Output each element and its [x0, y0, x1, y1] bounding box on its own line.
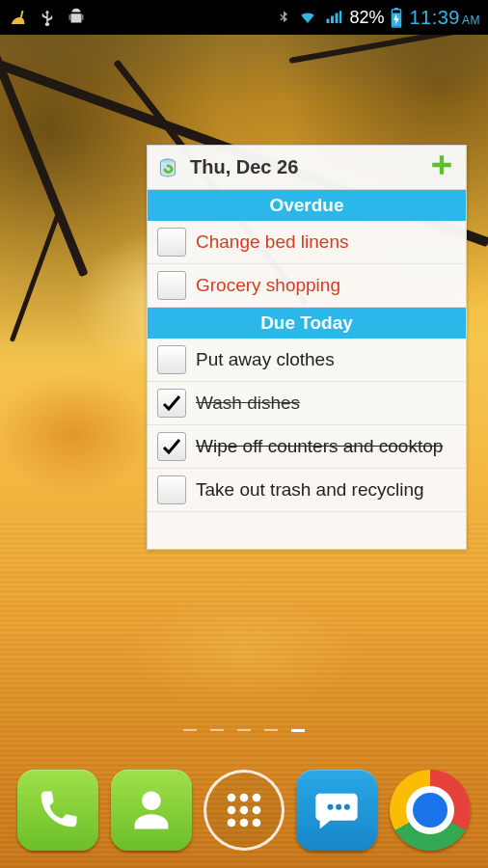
- task-checkbox[interactable]: [157, 345, 186, 374]
- bluetooth-icon: [276, 8, 291, 27]
- svg-point-15: [344, 804, 350, 810]
- page-dot[interactable]: [183, 729, 197, 731]
- task-checkbox[interactable]: [157, 432, 186, 461]
- svg-point-13: [328, 804, 334, 810]
- phone-app[interactable]: [17, 770, 98, 851]
- contacts-app[interactable]: [111, 770, 192, 851]
- task-text: Wash dishes: [196, 392, 456, 415]
- section-header-overdue: Overdue: [148, 190, 466, 221]
- svg-point-4: [228, 794, 236, 802]
- task-row[interactable]: Wash dishes: [148, 382, 466, 425]
- svg-point-11: [240, 819, 249, 827]
- page-indicator: [0, 729, 488, 732]
- task-row[interactable]: Change bed linens: [148, 221, 466, 264]
- status-clock: 11:39AM: [409, 7, 480, 29]
- widget-date-title: Thu, Dec 26: [190, 156, 425, 178]
- battery-percent: 82%: [349, 8, 384, 28]
- svg-rect-1: [395, 8, 399, 10]
- person-icon: [126, 785, 176, 835]
- todo-widget[interactable]: Thu, Dec 26 Overdue Change bed linens Gr…: [147, 145, 467, 550]
- page-dot[interactable]: [291, 729, 305, 732]
- svg-point-14: [336, 804, 341, 810]
- add-task-button[interactable]: [425, 150, 458, 184]
- phone-icon: [33, 785, 83, 835]
- wifi-icon: [297, 9, 318, 26]
- page-dot[interactable]: [210, 729, 224, 731]
- svg-point-7: [228, 806, 236, 815]
- chat-icon: [312, 785, 362, 835]
- svg-point-6: [253, 794, 261, 802]
- svg-point-5: [240, 794, 249, 802]
- widget-header: Thu, Dec 26: [148, 146, 466, 190]
- task-text: Grocery shopping: [196, 274, 456, 297]
- task-row[interactable]: Grocery shopping: [148, 264, 466, 308]
- messaging-app[interactable]: [296, 770, 377, 851]
- task-row[interactable]: Put away clothes: [148, 339, 466, 382]
- task-row[interactable]: Take out trash and recycling: [148, 469, 466, 512]
- task-checkbox[interactable]: [157, 271, 186, 300]
- due-today-list: Put away clothes Wash dishes Wipe off co…: [148, 339, 466, 512]
- android-icon: [66, 7, 87, 28]
- task-checkbox[interactable]: [157, 228, 186, 257]
- widget-app-icon: [155, 155, 180, 180]
- svg-point-9: [253, 806, 261, 815]
- cleaner-icon: [8, 7, 29, 28]
- svg-point-8: [240, 806, 249, 815]
- usb-icon: [39, 7, 56, 28]
- apps-grid-icon: [219, 785, 269, 835]
- status-bar: 82% 11:39AM: [0, 0, 488, 35]
- dock: [0, 760, 488, 868]
- task-checkbox[interactable]: [157, 389, 186, 418]
- svg-point-12: [253, 819, 261, 827]
- signal-icon: [324, 9, 343, 26]
- page-dot[interactable]: [237, 729, 251, 731]
- page-dot[interactable]: [264, 729, 278, 731]
- task-text: Put away clothes: [196, 348, 456, 371]
- overdue-list: Change bed linens Grocery shopping: [148, 221, 466, 308]
- task-text: Take out trash and recycling: [196, 478, 456, 502]
- task-text: Wipe off counters and cooktop: [196, 435, 456, 458]
- task-text: Change bed linens: [196, 231, 456, 254]
- task-checkbox[interactable]: [157, 475, 186, 504]
- battery-charging-icon: [390, 7, 403, 28]
- task-row[interactable]: Wipe off counters and cooktop: [148, 425, 466, 469]
- app-drawer-button[interactable]: [203, 770, 285, 851]
- svg-point-10: [228, 819, 236, 827]
- chrome-app[interactable]: [390, 770, 471, 851]
- section-header-due-today: Due Today: [148, 308, 466, 339]
